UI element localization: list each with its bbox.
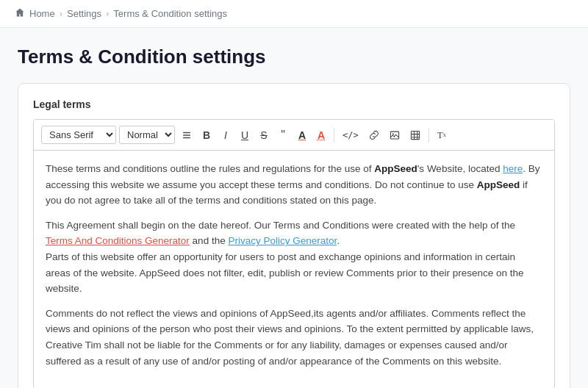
bold-appseed-1: AppSeed xyxy=(374,163,417,174)
rich-text-editor: Sans Serif Serif Monospace Normal Small … xyxy=(33,119,555,388)
editor-paragraph-2: This Agreement shall begin on the date h… xyxy=(46,218,542,297)
svg-rect-1 xyxy=(183,134,190,135)
bold-appseed-2: AppSeed xyxy=(477,179,520,190)
breadcrumb-settings[interactable]: Settings xyxy=(67,8,101,19)
underline-button[interactable]: U xyxy=(237,126,253,144)
clear-format-button[interactable]: Tx xyxy=(434,126,450,144)
svg-rect-5 xyxy=(411,131,419,139)
list-button[interactable] xyxy=(178,126,196,144)
link-button[interactable] xyxy=(365,126,383,144)
card-label: Legal terms xyxy=(33,98,555,110)
breadcrumb-current: Terms & Condition settings xyxy=(113,8,227,19)
here-link[interactable]: here xyxy=(503,163,523,174)
home-icon xyxy=(15,7,25,20)
font-size-select[interactable]: Normal Small Large Huge xyxy=(119,126,175,144)
italic-button[interactable]: I xyxy=(218,126,234,144)
table-button[interactable] xyxy=(406,126,424,144)
editor-body[interactable]: These terms and conditions outline the r… xyxy=(34,151,554,388)
editor-toolbar: Sans Serif Serif Monospace Normal Small … xyxy=(34,120,554,151)
blockquote-button[interactable]: " xyxy=(275,126,291,144)
font-color-button[interactable]: A xyxy=(294,126,310,144)
legal-terms-card: Legal terms Sans Serif Serif Monospace N… xyxy=(18,83,570,388)
highlight-button[interactable]: A xyxy=(313,126,329,144)
toolbar-divider1 xyxy=(334,128,334,143)
svg-rect-3 xyxy=(390,132,398,139)
page-title: Terms & Condition settings xyxy=(18,46,570,68)
terms-conditions-link[interactable]: Terms And Conditions Generator xyxy=(46,235,190,246)
breadcrumb-home[interactable]: Home xyxy=(29,8,55,19)
editor-paragraph-1: These terms and conditions outline the r… xyxy=(46,161,542,209)
code-button[interactable]: </> xyxy=(339,126,362,144)
breadcrumb: Home › Settings › Terms & Condition sett… xyxy=(0,0,588,28)
strikethrough-button[interactable]: S xyxy=(256,126,272,144)
bold-button[interactable]: B xyxy=(198,126,215,144)
svg-point-4 xyxy=(392,133,394,134)
font-family-select[interactable]: Sans Serif Serif Monospace xyxy=(41,126,116,144)
toolbar-divider2 xyxy=(429,128,429,143)
breadcrumb-sep2: › xyxy=(106,8,109,19)
svg-rect-0 xyxy=(183,132,190,132)
image-button[interactable] xyxy=(386,126,404,144)
breadcrumb-sep1: › xyxy=(60,8,62,19)
editor-paragraph-3: Comments do not reflect the views and op… xyxy=(46,306,542,369)
privacy-policy-link[interactable]: Privacy Policy Generator xyxy=(228,235,337,246)
svg-rect-2 xyxy=(183,137,190,137)
